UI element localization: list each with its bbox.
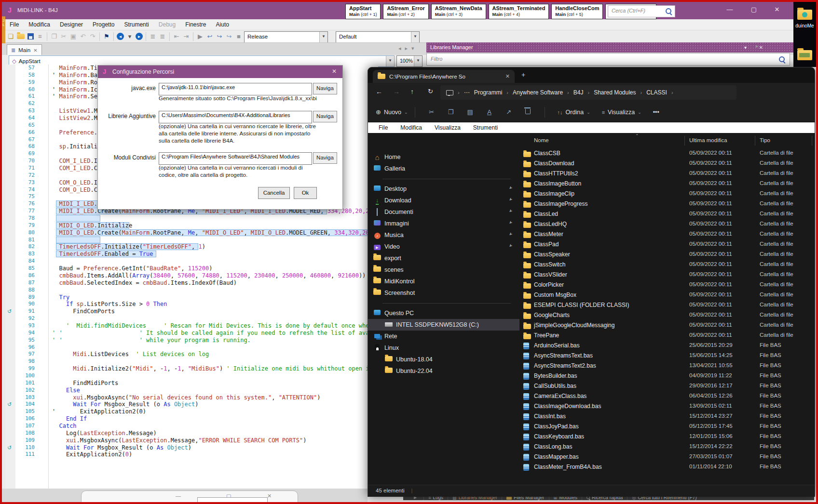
close-button[interactable]: ✕ bbox=[769, 6, 785, 13]
step-into-icon[interactable]: ↩ bbox=[205, 32, 215, 41]
sidebar-item-home[interactable]: ⌂Home bbox=[368, 151, 519, 163]
module-tab-appstart[interactable]: AppStartMain (ctrl + 1) bbox=[345, 4, 381, 19]
table-row[interactable]: ClassVSlider05/09/2022 00:11Cartella di … bbox=[519, 270, 815, 280]
table-row[interactable]: ESEMPI CLASSI (FOLDER CLASSI)05/09/2022 … bbox=[519, 300, 815, 310]
build-icon[interactable]: ⌗ bbox=[35, 32, 45, 41]
table-row[interactable]: AsyncStreamsText2.bas13/04/2021 10:55Fil… bbox=[519, 361, 815, 371]
search-icon[interactable] bbox=[666, 8, 671, 14]
table-row[interactable]: jSimpleGoogleCloudMessaging05/09/2022 00… bbox=[519, 320, 815, 331]
table-row[interactable]: ClassMapper.bas27/03/2015 01:07File BAS bbox=[519, 452, 815, 462]
dropdown-arrow-icon[interactable]: ▼ bbox=[386, 56, 394, 66]
sidebar-item-screenshot[interactable]: Screenshot bbox=[368, 287, 519, 299]
copy-icon[interactable]: ❐ bbox=[49, 32, 59, 41]
table-row[interactable]: ClassLedHQ05/09/2022 00:11Cartella di fi… bbox=[519, 219, 815, 229]
sidebar-item-export[interactable]: export bbox=[368, 252, 519, 264]
up-icon[interactable]: ↑ bbox=[410, 88, 414, 95]
table-row[interactable]: ClassKeyboard.bas12/01/2015 15:06File BA… bbox=[519, 432, 815, 442]
module-tab-handleclosecom[interactable]: HandleCloseComMain (ctrl + 5) bbox=[551, 4, 603, 19]
table-row[interactable]: ClassMeter05/09/2022 00:11Cartella di fi… bbox=[519, 229, 815, 239]
table-row[interactable]: ClassLong.bas15/12/2014 22:22File BAS bbox=[519, 442, 815, 452]
browse-javac-button[interactable]: Naviga bbox=[313, 83, 337, 94]
sidebar-item-immagini[interactable]: Immagini➤ bbox=[368, 218, 519, 229]
background-window[interactable]: — ▢ ✕ bbox=[81, 491, 298, 503]
copy-icon[interactable]: ❐ bbox=[441, 108, 461, 116]
table-row[interactable]: ClassSpeaker05/09/2022 00:11Cartella di … bbox=[519, 250, 815, 260]
dropdown-arrow-icon[interactable]: ▼ bbox=[411, 32, 419, 42]
table-row[interactable]: GoogleCharts05/09/2022 00:11Cartella di … bbox=[519, 310, 815, 320]
module-tab-astream_terminated[interactable]: AStream_TerminatedMain (ctrl + 4) bbox=[489, 4, 549, 19]
uncomment-icon[interactable]: ≣ bbox=[158, 32, 167, 41]
dialog-close-icon[interactable]: ✕ bbox=[332, 68, 337, 75]
sidebar-item-scenes[interactable]: scenes bbox=[368, 264, 519, 276]
close-tab-icon[interactable]: ✕ bbox=[505, 73, 510, 80]
breadcrumb-item[interactable]: Programmi bbox=[474, 89, 503, 96]
cut-icon[interactable]: ✂ bbox=[422, 108, 441, 116]
module-tab-astream_newdata[interactable]: AStream_NewDataMain (ctrl + 3) bbox=[431, 4, 486, 19]
forward-icon[interactable]: → bbox=[393, 88, 400, 95]
table-row[interactable]: ArduinoSerial.bas25/06/2015 20:29File BA… bbox=[519, 341, 815, 351]
dropdown-arrow-icon[interactable]: ▼ bbox=[319, 32, 327, 42]
sidebar-item-ubuntu-18-04[interactable]: Ubuntu-18.04 bbox=[368, 354, 519, 365]
new-file-icon[interactable]: ❏ bbox=[6, 32, 15, 41]
column-name[interactable]: Nome bbox=[534, 137, 549, 143]
table-row[interactable]: TreePane05/09/2022 00:11Cartella di file bbox=[519, 331, 815, 341]
breadcrumb-item[interactable]: B4J bbox=[573, 89, 584, 96]
indent-icon[interactable]: ⇥ bbox=[181, 32, 191, 41]
sidebar-item-galleria[interactable]: Galleria bbox=[368, 163, 519, 174]
run-icon[interactable]: ▶ bbox=[195, 32, 205, 41]
javac-path-field[interactable]: C:\java\jdk-11.0.1\bin\javac.exe bbox=[159, 83, 312, 95]
tab-scroll-arrows[interactable]: ◂▸▾ bbox=[398, 45, 418, 52]
close-tab-icon[interactable]: ✕ bbox=[33, 48, 37, 53]
cut-icon[interactable]: ✂ bbox=[59, 32, 68, 41]
sidebar-item-linux[interactable]: Linux bbox=[368, 342, 519, 354]
column-type[interactable]: Tipo bbox=[760, 137, 770, 143]
table-row[interactable]: ClassPad05/09/2022 00:11Cartella di file bbox=[519, 239, 815, 250]
menu-finestre[interactable]: Finestre bbox=[180, 21, 211, 28]
menu-progetto[interactable]: Progetto bbox=[88, 21, 119, 28]
table-row[interactable]: ClassJoyPad.bas05/12/2015 17:45File BAS bbox=[519, 422, 815, 432]
additional-libraries-field[interactable]: C:\Users\Massimo\Documents\B4X-Additiona… bbox=[159, 111, 312, 123]
back-dropdown-icon[interactable]: ▾ bbox=[125, 32, 135, 41]
comment-icon[interactable]: ≣ bbox=[148, 32, 158, 41]
table-row[interactable]: ClassImageClip05/09/2022 00:11Cartella d… bbox=[519, 189, 815, 199]
outdent-icon[interactable]: ⇤ bbox=[172, 32, 181, 41]
more-options-icon[interactable]: ••• bbox=[653, 109, 659, 116]
menu-aiuto[interactable]: Aiuto bbox=[211, 21, 234, 28]
library-filter-input[interactable]: Filtro bbox=[426, 53, 790, 66]
minimize-icon[interactable]: — bbox=[176, 493, 181, 499]
back-icon[interactable]: ← bbox=[376, 88, 382, 95]
stop-icon[interactable]: ■ bbox=[234, 32, 244, 41]
sidebar-item-ubuntu-22-04[interactable]: Ubuntu-22.04 bbox=[368, 365, 519, 377]
minimize-button[interactable]: — bbox=[722, 6, 738, 13]
undo-icon[interactable]: ↶ bbox=[78, 32, 88, 41]
table-row[interactable]: BytesBuilder.bas04/09/2019 11:22File BAS bbox=[519, 371, 815, 381]
browse-libraries-button[interactable]: Naviga bbox=[313, 111, 337, 122]
step-over-icon[interactable]: ↪ bbox=[215, 32, 224, 41]
explorer-menu-file[interactable]: File bbox=[379, 124, 388, 131]
search-box[interactable]: Cerca (Ctrl+F) bbox=[608, 5, 675, 17]
new-button[interactable]: ⊕Nuovo⌄ bbox=[376, 108, 408, 116]
menu-designer[interactable]: Designer bbox=[55, 21, 88, 28]
explorer-menu-visualizza[interactable]: Visualizza bbox=[435, 124, 461, 131]
cancel-button[interactable]: Cancella bbox=[258, 187, 290, 199]
table-row[interactable]: ClassDownload05/09/2022 00:11Cartella di… bbox=[519, 159, 815, 169]
menu-modifica[interactable]: Modifica bbox=[24, 21, 55, 28]
menu-file[interactable]: File bbox=[5, 21, 24, 28]
table-row[interactable]: CallSubUtils.bas29/09/2016 12:17File BAS bbox=[519, 381, 815, 391]
table-row[interactable]: Custom MsgBox05/09/2022 00:11Cartella di… bbox=[519, 290, 815, 300]
breadcrumb-item[interactable]: Shared Modules bbox=[594, 89, 636, 96]
explorer-tab[interactable]: C:\Program Files\Anywhere So ✕ bbox=[373, 70, 515, 83]
menu-strumenti[interactable]: Strumenti bbox=[119, 21, 153, 28]
breadcrumb-item[interactable]: Anywhere Software bbox=[513, 89, 563, 96]
sidebar-item-video[interactable]: ▶Video➤ bbox=[368, 241, 519, 252]
back-icon[interactable]: ◂ bbox=[117, 33, 124, 40]
menu-debug[interactable]: Debug bbox=[154, 21, 180, 28]
close-icon[interactable]: ✕ bbox=[267, 493, 272, 499]
table-row[interactable]: ClassImageButton05/09/2022 00:11Cartella… bbox=[519, 179, 815, 189]
pin-icon[interactable]: ➤ bbox=[749, 41, 762, 54]
table-row[interactable]: ClassHTTPUtils205/09/2022 00:11Cartella … bbox=[519, 169, 815, 179]
paste-icon[interactable]: ▤ bbox=[461, 108, 480, 116]
bookmark-icon[interactable]: ⚑ bbox=[102, 32, 111, 41]
explorer-menu-modifica[interactable]: Modifica bbox=[400, 124, 422, 131]
table-row[interactable]: ClassCSB05/09/2022 00:11Cartella di file bbox=[519, 148, 815, 159]
